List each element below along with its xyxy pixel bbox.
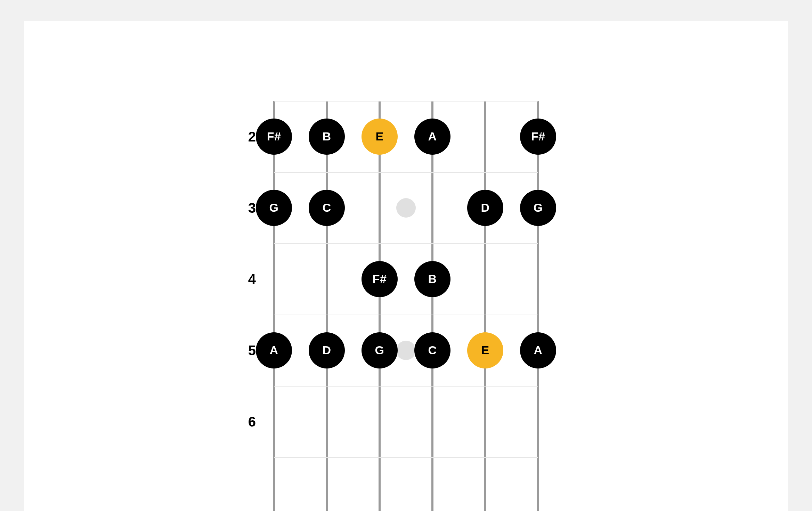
note-D-s1-f5: D: [309, 332, 345, 368]
note-B-s3-f4: B: [414, 261, 450, 297]
note-Fsharp-s5-f2: F#: [520, 119, 556, 155]
note-G-s5-f3: G: [520, 190, 556, 226]
string-4: [484, 101, 486, 511]
note-G-s0-f3: G: [256, 190, 292, 226]
fret-line-3: [274, 243, 538, 244]
fret-line-2: [274, 172, 538, 173]
fret-line-5: [274, 386, 538, 387]
fret-line-1: [274, 101, 538, 102]
note-Fsharp-s0-f2: F#: [256, 119, 292, 155]
note-E-s4-f5: E: [467, 332, 503, 368]
fret-line-6: [274, 457, 538, 458]
note-G-s2-f5: G: [362, 332, 398, 368]
note-A-s0-f5: A: [256, 332, 292, 368]
string-3: [431, 101, 433, 511]
string-5: [537, 101, 539, 511]
note-C-s3-f5: C: [414, 332, 450, 368]
inlay-fret-3: [396, 198, 416, 218]
fretboard-diagram: 23456F#BEAF#GCDGF#BADGCEA: [274, 101, 538, 511]
fret-number-4: 4: [248, 271, 270, 287]
fret-line-4: [274, 315, 538, 315]
note-A-s5-f5: A: [520, 332, 556, 368]
fret-number-6: 6: [248, 414, 270, 429]
string-2: [379, 101, 381, 511]
content-card: 23456F#BEAF#GCDGF#BADGCEA: [24, 21, 788, 511]
note-A-s3-f2: A: [414, 119, 450, 155]
note-B-s1-f2: B: [309, 119, 345, 155]
fretboard: 23456F#BEAF#GCDGF#BADGCEA: [274, 101, 538, 511]
note-C-s1-f3: C: [309, 190, 345, 226]
note-E-s2-f2: E: [362, 119, 398, 155]
note-Fsharp-s2-f4: F#: [362, 261, 398, 297]
inlay-fret-5: [396, 341, 416, 360]
note-D-s4-f3: D: [467, 190, 503, 226]
string-0: [273, 101, 275, 511]
string-1: [326, 101, 328, 511]
